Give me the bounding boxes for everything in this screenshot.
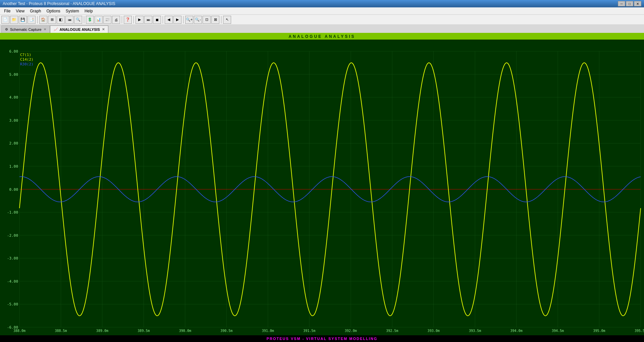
stop-button[interactable]: ⏹ xyxy=(153,16,161,24)
analogue-tab-icon: 📈 xyxy=(54,27,58,31)
tab-analogue-close[interactable]: ✕ xyxy=(102,27,105,31)
menu-view[interactable]: View xyxy=(13,8,27,14)
toolbar-sep6 xyxy=(183,16,183,23)
zoom-select-button[interactable]: ⊠ xyxy=(211,16,219,24)
menubar: File View Graph Options System Help xyxy=(0,7,644,15)
rewind-button[interactable]: ⏮ xyxy=(65,16,73,24)
menu-file[interactable]: File xyxy=(1,8,13,14)
graph-area[interactable] xyxy=(0,40,644,335)
main-content: ANALOGUE ANALYSIS xyxy=(0,34,644,335)
toolbar-sep3 xyxy=(122,16,122,23)
run-button[interactable]: ▶ xyxy=(136,16,144,24)
toolbar-sep5 xyxy=(163,16,163,23)
step-button[interactable]: ⏭ xyxy=(144,16,152,24)
cursor-button[interactable]: ↖ xyxy=(223,16,231,24)
new-button[interactable]: 📄 xyxy=(1,16,9,24)
home-button[interactable]: 🏠 xyxy=(39,16,47,24)
chart-button[interactable]: 📊 xyxy=(95,16,103,24)
search-button[interactable]: 🔍 xyxy=(74,16,82,24)
menu-graph[interactable]: Graph xyxy=(27,8,44,14)
save-button[interactable]: 💾 xyxy=(19,16,27,24)
menu-options[interactable]: Options xyxy=(44,8,63,14)
grid-button[interactable]: ⊞ xyxy=(48,16,56,24)
open-button[interactable]: 📁 xyxy=(10,16,18,24)
help-button[interactable]: ❓ xyxy=(124,16,132,24)
doc-button[interactable]: 📰 xyxy=(103,16,111,24)
forward-button[interactable]: ▶ xyxy=(173,16,181,24)
toolbar-sep2 xyxy=(84,16,84,23)
zoom-in-button[interactable]: 🔍+ xyxy=(185,16,193,24)
toolbar-sep1 xyxy=(37,16,38,23)
window-controls: ─ □ ✕ xyxy=(618,1,641,6)
zoom-fit-button[interactable]: ⊡ xyxy=(203,16,211,24)
menu-help[interactable]: Help xyxy=(82,8,96,14)
menu-system[interactable]: System xyxy=(63,8,82,14)
schematic-tab-icon: ⚙ xyxy=(5,27,8,31)
statusbar: PROTEUS VSM - VIRTUAL SYSTEM MODELLING xyxy=(0,335,644,342)
tab-analogue-label: ANALOGUE ANALYSIS xyxy=(60,27,100,32)
waveform-canvas xyxy=(0,40,644,335)
tabbar: ⚙ Schematic Capture ✕ 📈 ANALOGUE ANALYSI… xyxy=(0,25,644,34)
print-button[interactable]: 🖨 xyxy=(112,16,120,24)
maximize-button[interactable]: □ xyxy=(626,1,633,6)
status-text: PROTEUS VSM - VIRTUAL SYSTEM MODELLING xyxy=(267,337,378,341)
tab-schematic[interactable]: ⚙ Schematic Capture ✕ xyxy=(1,25,50,33)
tab-analogue[interactable]: 📈 ANALOGUE ANALYSIS ✕ xyxy=(50,25,108,33)
zoom-out-button[interactable]: 🔍- xyxy=(194,16,202,24)
toolbar-sep7 xyxy=(221,16,221,23)
graph-container: ANALOGUE ANALYSIS xyxy=(0,34,644,335)
title-text: Another Test - Proteus 8 Professional - … xyxy=(3,1,115,6)
close-button[interactable]: ✕ xyxy=(634,1,641,6)
money-button[interactable]: 💲 xyxy=(86,16,94,24)
back-button[interactable]: ◀ xyxy=(165,16,173,24)
save-all-button[interactable]: 📑 xyxy=(28,16,36,24)
toolbar: 📄 📁 💾 📑 🏠 ⊞ ◧ ⏮ 🔍 💲 📊 📰 🖨 ❓ ▶ ⏭ ⏹ ◀ ▶ 🔍+… xyxy=(0,15,644,25)
tab-schematic-close[interactable]: ✕ xyxy=(44,27,46,31)
component-button[interactable]: ◧ xyxy=(57,16,65,24)
graph-title: ANALOGUE ANALYSIS xyxy=(0,34,644,40)
titlebar: Another Test - Proteus 8 Professional - … xyxy=(0,0,644,7)
minimize-button[interactable]: ─ xyxy=(618,1,625,6)
toolbar-sep4 xyxy=(133,16,134,23)
tab-schematic-label: Schematic Capture xyxy=(10,27,42,32)
